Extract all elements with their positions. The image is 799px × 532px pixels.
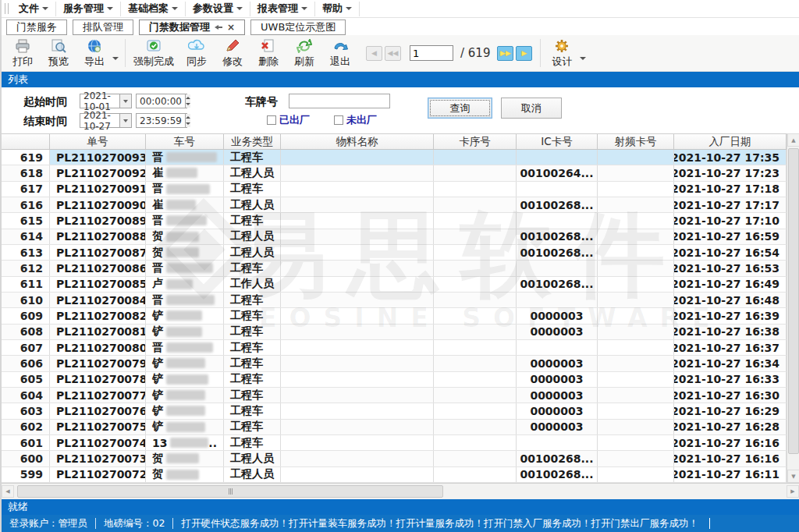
checkbox-exited[interactable]: 已出厂 xyxy=(267,113,310,127)
column-header-8[interactable]: 入厂日期 xyxy=(674,134,787,149)
table-row[interactable]: 608PL2110270081铲工程车00000032021-10-27 16:… xyxy=(2,325,799,340)
nav-next-button[interactable]: ▶▶ xyxy=(497,46,513,61)
table-row[interactable]: 599PL2110270072贺工程人员00100268...2021-10-2… xyxy=(2,467,799,483)
sync-button[interactable]: 同步 xyxy=(179,36,215,70)
cell-card-seq xyxy=(434,150,517,165)
cell-vehicle: 崔 xyxy=(146,165,224,180)
table-row[interactable]: 611PL2110270085卢工作人员00100268...2021-10-2… xyxy=(2,277,799,293)
table-row[interactable]: 603PL2110270076铲工程车00000032021-10-27 16:… xyxy=(2,403,799,419)
table-row[interactable]: 619PL2110270093晋工程车2021-10-27 17:35 xyxy=(2,150,799,165)
vertical-scrollbar[interactable]: ▲ ▼ xyxy=(787,133,799,483)
scroll-up-icon[interactable]: ▲ xyxy=(787,133,799,147)
menu-item-3[interactable]: 基础档案 xyxy=(121,2,186,16)
checkbox-not-exited[interactable]: 未出厂 xyxy=(334,113,377,127)
table-row[interactable]: 613PL2110270087贺工程人员00100268...2021-10-2… xyxy=(2,245,799,261)
table-row[interactable]: 602PL2110270075铲工程车00000032021-10-27 16:… xyxy=(2,420,799,435)
cell-card-seq xyxy=(434,197,517,212)
table-row[interactable]: 605PL2110270078铲工程车00000032021-10-27 16:… xyxy=(2,372,799,388)
table-row[interactable]: 609PL2110270082铲工程车00000032021-10-27 16:… xyxy=(2,308,799,324)
menu-item-1[interactable]: 文件 xyxy=(12,2,56,16)
end-date-dropdown-icon[interactable] xyxy=(119,114,131,127)
start-date-dropdown-icon[interactable] xyxy=(119,94,131,108)
horizontal-scroll-thumb[interactable] xyxy=(17,485,443,498)
table-row[interactable]: 614PL2110270088贺工程人员00100268...2021-10-2… xyxy=(2,229,799,245)
table-row[interactable]: 617PL2110270091晋工程车2021-10-27 17:18 xyxy=(2,182,799,197)
table-row[interactable]: 604PL2110270077铲工程车00000032021-10-27 16:… xyxy=(2,388,799,403)
start-date-combo[interactable]: 2021-10-01 xyxy=(80,94,132,108)
cell-rownum: 607 xyxy=(2,340,50,355)
menu-item-5[interactable]: 报表管理 xyxy=(250,2,315,16)
nav-last-button[interactable]: ▶ xyxy=(516,46,532,61)
tab-2[interactable]: 排队管理 xyxy=(73,20,133,35)
nav-prev-button[interactable]: ◀◀ xyxy=(385,46,401,61)
masked-plate xyxy=(166,310,202,321)
start-time-spinner[interactable]: 00:00:00 xyxy=(136,94,187,108)
cell-material xyxy=(281,197,434,212)
cell-ic-card: 00100268... xyxy=(517,229,598,244)
sync-icon xyxy=(188,38,205,54)
menu-item-4[interactable]: 参数设置 xyxy=(186,2,250,16)
tab-3[interactable]: 门禁数据管理× xyxy=(139,20,245,35)
cell-rownum: 609 xyxy=(2,308,50,323)
cell-material xyxy=(281,388,434,403)
cell-ic-card: 0000003 xyxy=(517,325,598,339)
printer-button[interactable]: 打印 xyxy=(5,36,41,70)
pin-icon[interactable] xyxy=(215,23,222,31)
tab-1[interactable]: 门禁服务 xyxy=(6,20,67,35)
table-row[interactable]: 615PL2110270089晋工程车2021-10-27 17:10 xyxy=(2,213,799,229)
column-header-5[interactable]: 卡序号 xyxy=(434,134,517,149)
cell-entry-date: 2021-10-27 16:34 xyxy=(674,356,787,371)
tab-close-icon[interactable]: × xyxy=(227,23,235,31)
query-button[interactable]: 查询 xyxy=(428,98,492,119)
column-header-7[interactable]: 射频卡号 xyxy=(598,134,674,149)
table-row[interactable]: 607PL2110270080晋工程车2021-10-27 16:37 xyxy=(2,340,799,356)
menu-item-6[interactable]: 帮助 xyxy=(315,2,360,16)
column-header-2[interactable]: 车号 xyxy=(146,134,224,149)
plate-number-input[interactable] xyxy=(289,94,390,108)
table-row[interactable]: 606PL2110270079铲工程车00000032021-10-27 16:… xyxy=(2,356,799,371)
scroll-right-icon[interactable]: ▶ xyxy=(787,485,799,498)
vertical-scroll-thumb[interactable] xyxy=(788,148,799,454)
cell-card-seq xyxy=(434,293,517,307)
column-header-1[interactable]: 单号 xyxy=(50,134,146,149)
force-complete-button[interactable]: 强制完成 xyxy=(129,36,179,70)
menu-item-2[interactable]: 服务管理 xyxy=(56,2,121,16)
column-header-6[interactable]: IC卡号 xyxy=(517,134,598,149)
end-date-combo[interactable]: 2021-10-27 xyxy=(80,113,132,128)
table-row[interactable]: 610PL2110270084晋工程车2021-10-27 16:48 xyxy=(2,293,799,308)
cell-rownum: 601 xyxy=(2,435,50,450)
table-row[interactable]: 618PL2110270092崔工程人员00100264...2021-10-2… xyxy=(2,165,799,181)
toolbar-overflow-caret-icon[interactable] xyxy=(580,57,586,60)
export-button[interactable]: 导出 xyxy=(76,36,112,70)
table-row[interactable]: 600PL2110270073贺工程人员00100268...2021-10-2… xyxy=(2,451,799,466)
delete-button[interactable]: 删除 xyxy=(250,36,286,70)
edit-button[interactable]: 修改 xyxy=(215,36,250,70)
cell-vehicle: 晋 xyxy=(146,261,224,275)
exit-button[interactable]: 退出 xyxy=(322,36,358,70)
table-row[interactable]: 616PL2110270090崔工程人员00100268...2021-10-2… xyxy=(2,197,799,213)
table-row[interactable]: 612PL2110270086晋工程车2021-10-27 16:53 xyxy=(2,261,799,276)
start-time-spin-icons[interactable] xyxy=(185,94,190,108)
cell-rfid xyxy=(598,293,674,307)
table-row[interactable]: 601PL211027007413..工程车2021-10-27 16:16 xyxy=(2,435,799,451)
page-number-input[interactable] xyxy=(410,45,453,61)
cell-business-type: 工程人员 xyxy=(224,451,281,466)
end-time-spinner[interactable]: 23:59:59 xyxy=(136,113,187,128)
refresh-button[interactable]: 刷新 xyxy=(286,36,322,70)
scroll-down-icon[interactable]: ▼ xyxy=(787,470,799,483)
end-time-spin-icons[interactable] xyxy=(185,114,190,127)
preview-button[interactable]: 预览 xyxy=(41,36,76,70)
checkbox-not-exited-box[interactable] xyxy=(334,115,343,125)
design-button[interactable]: 设计 xyxy=(544,36,580,70)
column-header-3[interactable]: 业务类型 xyxy=(224,134,281,149)
nav-first-button[interactable]: ◀ xyxy=(366,46,382,61)
tab-4[interactable]: UWB定位示意图 xyxy=(250,20,346,35)
column-header-4[interactable]: 物料名称 xyxy=(281,134,434,149)
cell-vehicle: 13.. xyxy=(146,435,224,450)
export-dropdown-caret-icon[interactable] xyxy=(112,57,119,60)
horizontal-scrollbar[interactable]: ◀ ▶ xyxy=(2,483,799,499)
checkbox-exited-box[interactable] xyxy=(267,115,276,125)
cancel-button[interactable]: 取消 xyxy=(501,98,562,119)
scroll-left-icon[interactable]: ◀ xyxy=(2,485,14,498)
cell-ic-card: 00100268... xyxy=(517,197,598,212)
